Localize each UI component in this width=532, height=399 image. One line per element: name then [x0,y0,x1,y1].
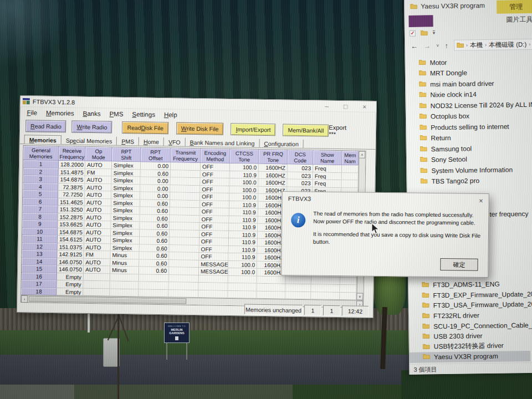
grid-cell[interactable]: AUTO [85,206,111,214]
grid-cell[interactable]: 110.9 [228,253,257,261]
grid-cell[interactable] [311,284,340,292]
grid-cell[interactable]: 153.6625 [58,221,84,228]
grid-cell[interactable]: Simplex [111,199,140,207]
grid-cell[interactable]: 0.60 [139,267,169,274]
tab-configuration[interactable]: Configuration [259,139,304,148]
grid-cell[interactable] [84,281,110,289]
read-radio-button[interactable]: Read Radio [25,120,66,132]
grid-cell[interactable]: 110.9 [229,208,258,216]
grid-cell[interactable]: Simplex [111,222,140,229]
grid-cell[interactable]: AUTO [84,266,110,274]
grid-cell[interactable] [170,185,200,193]
grid-cell[interactable]: OFF [200,231,229,238]
grid-cell[interactable]: Simplex [111,237,140,244]
grid-cell[interactable] [170,222,200,230]
grid-cell[interactable] [170,237,200,245]
menu-file[interactable]: File [22,109,42,116]
menu-memories[interactable]: Memories [42,110,79,117]
grid-cell[interactable]: 0.00 [140,185,170,192]
grid-cell[interactable]: AUTO [84,236,111,244]
grid-cell[interactable] [171,162,201,170]
grid-cell[interactable] [311,277,340,285]
grid-cell[interactable]: 151.4875 [59,168,85,176]
grid-cell[interactable]: 110.9 [229,216,258,223]
grid-cell[interactable]: Freq [313,172,342,180]
grid-cell[interactable]: 100.0 [228,268,257,276]
grid-cell[interactable]: 023 [287,180,313,187]
grid-cell[interactable]: Freq [313,165,342,172]
import-export-button[interactable]: Import/Export [231,123,275,136]
grid-cell[interactable] [286,277,311,284]
grid-cell[interactable] [83,288,110,296]
grid-cell[interactable]: Simplex [111,192,140,200]
grid-cell[interactable]: OFF [201,171,230,178]
grid-cell[interactable]: Simplex [111,207,140,214]
grid-cell[interactable]: AUTO [84,258,110,266]
scroll-down-icon[interactable]: ˅ [356,293,363,300]
grid-cell[interactable] [199,283,228,290]
scroll-up-icon[interactable]: ˄ [359,151,365,158]
recent-locations-icon[interactable]: ˅ [436,43,439,48]
grid-cell[interactable]: Simplex [111,214,140,222]
grid-cell[interactable]: 110.9 [229,231,258,238]
grid-cell[interactable] [228,290,257,298]
grid-cell[interactable] [341,180,358,188]
grid-cell[interactable] [340,285,356,293]
grid-cell[interactable]: 151.3250 [58,206,85,213]
grid-cell[interactable]: OFF [201,163,230,171]
breadcrumb-drive-d[interactable]: 本機磁碟 (D:) [489,40,527,49]
grid-cell[interactable]: 023 [288,172,313,180]
address-bar[interactable]: › 本機 › 本機磁碟 (D:) › [454,39,532,51]
grid-cell[interactable]: 110.9 [230,171,259,178]
grid-cell[interactable]: OFF [200,238,229,245]
grid-cell[interactable]: 0.60 [140,244,170,252]
grid-cell[interactable]: OFF [200,201,229,208]
grid-cell[interactable]: 142.9125 [57,250,84,258]
grid-cell[interactable] [311,292,340,300]
grid-cell[interactable] [169,267,199,275]
tab-bank-names-and-linking[interactable]: Bank Names and Linking [185,138,259,147]
grid-cell[interactable]: AUTO [85,176,112,184]
menu-help[interactable]: Help [160,111,182,119]
grid-cell[interactable]: 146.0750 [57,258,84,266]
grid-cell[interactable]: 0.00 [140,177,170,185]
grid-cell[interactable]: 0.00 [141,162,171,170]
grid-cell[interactable]: OFF [200,208,229,216]
grid-cell[interactable]: 0.00 [140,192,170,200]
grid-cell[interactable]: Simplex [111,184,140,192]
file-item[interactable]: Yaesu VX3R program [410,351,530,363]
grid-cell[interactable]: Minus [110,252,139,259]
menu-pms[interactable]: PMS [105,110,127,117]
grid-cell[interactable] [170,192,200,200]
mem-bank-all-button[interactable]: Mem/Bank/All [283,124,329,136]
grid-cell[interactable]: Freq [313,180,341,187]
grid-cell[interactable] [170,200,200,208]
grid-cell[interactable] [139,274,169,282]
forward-icon[interactable]: → [423,42,431,50]
grid-cell[interactable]: 146.0750 [57,265,84,273]
tab-pms[interactable]: PMS [117,137,139,146]
grid-cell[interactable] [139,282,169,289]
grid-cell[interactable]: 154.6875 [59,176,85,183]
grid-cell[interactable]: 100.0 [230,163,259,171]
tab-vfo[interactable]: VFO [164,137,186,146]
grid-cell[interactable]: MESSAGE [199,260,228,268]
up-icon[interactable]: ↑ [444,41,448,49]
write-disk-file-button[interactable]: Write Disk File [176,122,224,135]
grid-cell[interactable] [169,282,199,290]
grid-cell[interactable] [110,282,139,289]
grid-cell[interactable] [342,173,359,181]
grid-cell[interactable]: 128.2000 [59,161,85,168]
grid-cell[interactable]: 0.60 [140,207,170,214]
grid-cell[interactable] [199,275,228,283]
grid-cell[interactable]: 154.6875 [58,228,84,236]
tab-special-memories[interactable]: Special Memories [62,136,117,145]
grid-cell[interactable] [340,293,356,300]
grid-cell[interactable] [198,290,228,298]
grid-cell[interactable]: 110.9 [229,245,258,253]
grid-cell[interactable]: 72.3875 [58,183,85,191]
chevron-down-icon[interactable]: ▾ [433,30,435,35]
grid-cell[interactable] [110,274,139,282]
grid-cell[interactable]: 154.6125 [58,236,84,243]
grid-cell[interactable] [257,276,286,284]
